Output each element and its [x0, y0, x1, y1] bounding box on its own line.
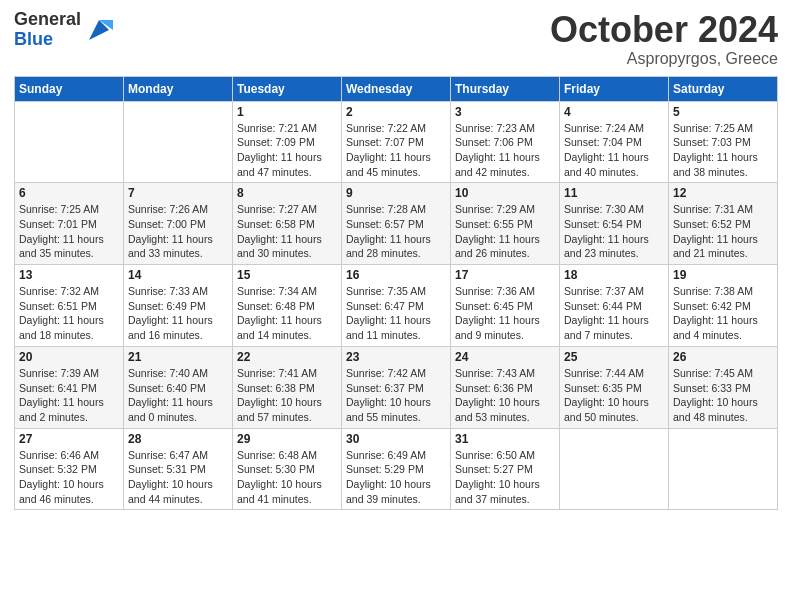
- calendar-header-tuesday: Tuesday: [233, 76, 342, 101]
- sunrise-text: Sunrise: 7:44 AM: [564, 366, 664, 381]
- day-number: 19: [673, 268, 773, 282]
- sunrise-text: Sunrise: 6:47 AM: [128, 448, 228, 463]
- sunset-text: Sunset: 6:42 PM: [673, 299, 773, 314]
- daylight-text: Daylight: 11 hours and 45 minutes.: [346, 150, 446, 179]
- sunrise-text: Sunrise: 7:22 AM: [346, 121, 446, 136]
- day-info: Sunrise: 6:48 AMSunset: 5:30 PMDaylight:…: [237, 448, 337, 507]
- daylight-text: Daylight: 11 hours and 7 minutes.: [564, 313, 664, 342]
- calendar-cell: 15Sunrise: 7:34 AMSunset: 6:48 PMDayligh…: [233, 265, 342, 347]
- day-number: 23: [346, 350, 446, 364]
- day-number: 18: [564, 268, 664, 282]
- day-info: Sunrise: 7:29 AMSunset: 6:55 PMDaylight:…: [455, 202, 555, 261]
- day-info: Sunrise: 7:39 AMSunset: 6:41 PMDaylight:…: [19, 366, 119, 425]
- sunset-text: Sunset: 7:07 PM: [346, 135, 446, 150]
- day-number: 20: [19, 350, 119, 364]
- day-number: 11: [564, 186, 664, 200]
- calendar-cell: 31Sunrise: 6:50 AMSunset: 5:27 PMDayligh…: [451, 428, 560, 510]
- sunset-text: Sunset: 6:57 PM: [346, 217, 446, 232]
- sunrise-text: Sunrise: 7:25 AM: [673, 121, 773, 136]
- daylight-text: Daylight: 11 hours and 35 minutes.: [19, 232, 119, 261]
- day-number: 30: [346, 432, 446, 446]
- sunrise-text: Sunrise: 7:24 AM: [564, 121, 664, 136]
- calendar-cell: 26Sunrise: 7:45 AMSunset: 6:33 PMDayligh…: [669, 346, 778, 428]
- calendar-row-4: 20Sunrise: 7:39 AMSunset: 6:41 PMDayligh…: [15, 346, 778, 428]
- sunset-text: Sunset: 6:47 PM: [346, 299, 446, 314]
- day-info: Sunrise: 7:33 AMSunset: 6:49 PMDaylight:…: [128, 284, 228, 343]
- day-number: 15: [237, 268, 337, 282]
- sunset-text: Sunset: 7:04 PM: [564, 135, 664, 150]
- day-info: Sunrise: 7:41 AMSunset: 6:38 PMDaylight:…: [237, 366, 337, 425]
- day-number: 24: [455, 350, 555, 364]
- day-info: Sunrise: 7:43 AMSunset: 6:36 PMDaylight:…: [455, 366, 555, 425]
- sunset-text: Sunset: 6:58 PM: [237, 217, 337, 232]
- sunset-text: Sunset: 6:41 PM: [19, 381, 119, 396]
- daylight-text: Daylight: 11 hours and 40 minutes.: [564, 150, 664, 179]
- day-info: Sunrise: 7:23 AMSunset: 7:06 PMDaylight:…: [455, 121, 555, 180]
- day-number: 12: [673, 186, 773, 200]
- day-number: 8: [237, 186, 337, 200]
- sunset-text: Sunset: 6:48 PM: [237, 299, 337, 314]
- logo-blue: Blue: [14, 30, 81, 50]
- sunset-text: Sunset: 5:27 PM: [455, 462, 555, 477]
- sunrise-text: Sunrise: 6:50 AM: [455, 448, 555, 463]
- daylight-text: Daylight: 11 hours and 18 minutes.: [19, 313, 119, 342]
- calendar-cell: [124, 101, 233, 183]
- calendar-cell: [15, 101, 124, 183]
- calendar-cell: 29Sunrise: 6:48 AMSunset: 5:30 PMDayligh…: [233, 428, 342, 510]
- calendar-cell: 30Sunrise: 6:49 AMSunset: 5:29 PMDayligh…: [342, 428, 451, 510]
- sunrise-text: Sunrise: 6:49 AM: [346, 448, 446, 463]
- day-number: 27: [19, 432, 119, 446]
- daylight-text: Daylight: 10 hours and 46 minutes.: [19, 477, 119, 506]
- sunrise-text: Sunrise: 7:26 AM: [128, 202, 228, 217]
- calendar-header-row: SundayMondayTuesdayWednesdayThursdayFrid…: [15, 76, 778, 101]
- day-number: 21: [128, 350, 228, 364]
- calendar-row-1: 1Sunrise: 7:21 AMSunset: 7:09 PMDaylight…: [15, 101, 778, 183]
- calendar-cell: 23Sunrise: 7:42 AMSunset: 6:37 PMDayligh…: [342, 346, 451, 428]
- sunrise-text: Sunrise: 7:29 AM: [455, 202, 555, 217]
- sunset-text: Sunset: 6:40 PM: [128, 381, 228, 396]
- calendar-cell: 10Sunrise: 7:29 AMSunset: 6:55 PMDayligh…: [451, 183, 560, 265]
- calendar-cell: 21Sunrise: 7:40 AMSunset: 6:40 PMDayligh…: [124, 346, 233, 428]
- daylight-text: Daylight: 11 hours and 23 minutes.: [564, 232, 664, 261]
- sunset-text: Sunset: 7:09 PM: [237, 135, 337, 150]
- day-info: Sunrise: 7:36 AMSunset: 6:45 PMDaylight:…: [455, 284, 555, 343]
- sunrise-text: Sunrise: 7:32 AM: [19, 284, 119, 299]
- sunset-text: Sunset: 6:52 PM: [673, 217, 773, 232]
- day-info: Sunrise: 7:35 AMSunset: 6:47 PMDaylight:…: [346, 284, 446, 343]
- daylight-text: Daylight: 10 hours and 41 minutes.: [237, 477, 337, 506]
- calendar-cell: 11Sunrise: 7:30 AMSunset: 6:54 PMDayligh…: [560, 183, 669, 265]
- sunset-text: Sunset: 6:55 PM: [455, 217, 555, 232]
- sunrise-text: Sunrise: 7:35 AM: [346, 284, 446, 299]
- calendar-cell: 4Sunrise: 7:24 AMSunset: 7:04 PMDaylight…: [560, 101, 669, 183]
- sunset-text: Sunset: 6:54 PM: [564, 217, 664, 232]
- day-number: 29: [237, 432, 337, 446]
- day-info: Sunrise: 7:30 AMSunset: 6:54 PMDaylight:…: [564, 202, 664, 261]
- day-info: Sunrise: 7:38 AMSunset: 6:42 PMDaylight:…: [673, 284, 773, 343]
- calendar-cell: 13Sunrise: 7:32 AMSunset: 6:51 PMDayligh…: [15, 265, 124, 347]
- day-info: Sunrise: 7:25 AMSunset: 7:01 PMDaylight:…: [19, 202, 119, 261]
- logo-icon: [85, 16, 113, 44]
- calendar-cell: 22Sunrise: 7:41 AMSunset: 6:38 PMDayligh…: [233, 346, 342, 428]
- sunrise-text: Sunrise: 7:38 AM: [673, 284, 773, 299]
- sunset-text: Sunset: 6:33 PM: [673, 381, 773, 396]
- day-number: 10: [455, 186, 555, 200]
- calendar-header-wednesday: Wednesday: [342, 76, 451, 101]
- page-header: General Blue October 2024 Aspropyrgos, G…: [14, 10, 778, 68]
- day-number: 14: [128, 268, 228, 282]
- calendar-cell: 9Sunrise: 7:28 AMSunset: 6:57 PMDaylight…: [342, 183, 451, 265]
- day-number: 2: [346, 105, 446, 119]
- sunrise-text: Sunrise: 7:39 AM: [19, 366, 119, 381]
- day-number: 22: [237, 350, 337, 364]
- daylight-text: Daylight: 11 hours and 2 minutes.: [19, 395, 119, 424]
- calendar-table: SundayMondayTuesdayWednesdayThursdayFrid…: [14, 76, 778, 511]
- day-info: Sunrise: 7:21 AMSunset: 7:09 PMDaylight:…: [237, 121, 337, 180]
- daylight-text: Daylight: 11 hours and 21 minutes.: [673, 232, 773, 261]
- calendar-cell: 2Sunrise: 7:22 AMSunset: 7:07 PMDaylight…: [342, 101, 451, 183]
- day-number: 1: [237, 105, 337, 119]
- day-number: 31: [455, 432, 555, 446]
- day-info: Sunrise: 7:27 AMSunset: 6:58 PMDaylight:…: [237, 202, 337, 261]
- day-number: 4: [564, 105, 664, 119]
- calendar-cell: 18Sunrise: 7:37 AMSunset: 6:44 PMDayligh…: [560, 265, 669, 347]
- calendar-cell: 16Sunrise: 7:35 AMSunset: 6:47 PMDayligh…: [342, 265, 451, 347]
- sunrise-text: Sunrise: 7:40 AM: [128, 366, 228, 381]
